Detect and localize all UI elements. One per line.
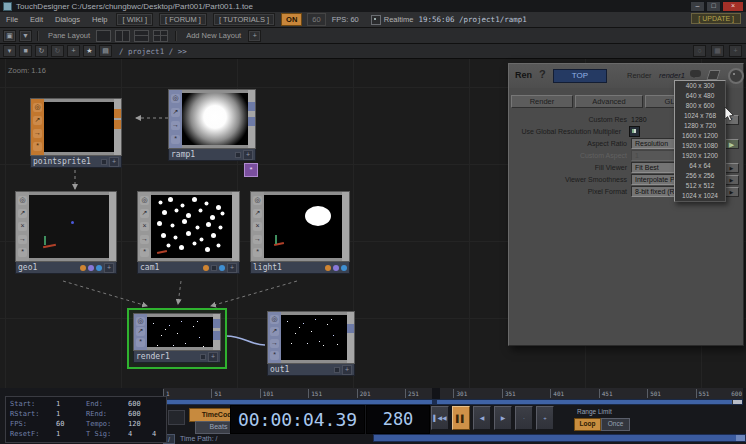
viewer-flag-icon[interactable]: ◎ bbox=[33, 103, 42, 112]
render-flag-icon[interactable]: → bbox=[171, 121, 180, 130]
playhead-marker[interactable] bbox=[432, 388, 440, 399]
viewer-flag-icon[interactable]: ◎ bbox=[140, 196, 149, 205]
menu-item[interactable]: 640 x 480 bbox=[675, 91, 725, 101]
comment-icon[interactable] bbox=[690, 70, 701, 77]
tab-advanced[interactable]: Advanced bbox=[575, 95, 643, 108]
expand-button[interactable]: + bbox=[227, 263, 237, 273]
viewer-flag-icon[interactable]: ◎ bbox=[171, 94, 180, 103]
flag-slot[interactable] bbox=[101, 159, 107, 165]
render-dot-flag[interactable] bbox=[80, 265, 86, 271]
clone-flag-icon[interactable]: ↗ bbox=[171, 108, 180, 117]
update-button[interactable]: [ UPDATE ] bbox=[691, 13, 741, 24]
tsig-a-value[interactable]: 4 bbox=[128, 430, 132, 438]
clone-flag-icon[interactable]: ↗ bbox=[270, 327, 279, 336]
node-output-strip[interactable] bbox=[109, 192, 116, 261]
node-name-bar[interactable]: pointsprite1 + bbox=[30, 156, 122, 168]
render-flag-icon[interactable]: → bbox=[270, 339, 279, 348]
playbar-pane-button[interactable] bbox=[168, 410, 185, 425]
pick-flag-icon[interactable]: * bbox=[136, 338, 145, 347]
maximize-button[interactable]: □ bbox=[706, 1, 721, 12]
menu-file[interactable]: File bbox=[0, 15, 24, 24]
flag-slot[interactable] bbox=[200, 354, 206, 360]
range-playhead-notch[interactable] bbox=[432, 400, 437, 404]
pick-flag-icon[interactable]: * bbox=[140, 248, 149, 257]
clone-flag-icon[interactable]: ↗ bbox=[18, 209, 27, 218]
menu-item[interactable]: 1024 x 1024 bbox=[675, 191, 725, 201]
node-output-strip[interactable] bbox=[114, 99, 121, 155]
viewer-flag-icon[interactable]: ◎ bbox=[18, 196, 27, 205]
fps-field[interactable]: 60 bbox=[307, 13, 325, 26]
viewer-flag-icon[interactable]: ◎ bbox=[253, 196, 262, 205]
node-viewer[interactable] bbox=[29, 195, 109, 258]
loop-button[interactable]: Loop bbox=[574, 418, 601, 431]
menu-item[interactable]: 1600 x 1200 bbox=[675, 131, 725, 141]
menu-item[interactable]: 400 x 300 bbox=[675, 81, 725, 91]
collapse-icon[interactable]: ▾ bbox=[3, 45, 16, 57]
bypass-flag-icon[interactable]: × bbox=[18, 222, 27, 231]
tab-render[interactable]: Render bbox=[511, 95, 573, 108]
node-output-strip[interactable] bbox=[342, 192, 349, 261]
layout-preset-vsplit[interactable] bbox=[115, 30, 130, 42]
realtime-icon[interactable] bbox=[371, 15, 381, 25]
pick-flag-icon[interactable]: * bbox=[253, 248, 262, 257]
custom-res-width-field[interactable]: 1280 bbox=[631, 116, 677, 123]
fps-value[interactable]: 60 bbox=[56, 420, 64, 428]
viewer-dot-flag[interactable] bbox=[219, 265, 225, 271]
node-viewer[interactable] bbox=[281, 315, 347, 360]
pick-flag-icon[interactable]: * bbox=[270, 351, 279, 360]
node-out1[interactable]: ◎ ↗ → * out1 + bbox=[267, 311, 355, 376]
render-flag-icon[interactable]: → bbox=[140, 235, 149, 244]
node-name-bar[interactable]: cam1 + bbox=[137, 262, 240, 274]
play-forward-button[interactable]: ▶ bbox=[494, 406, 512, 430]
expand-button[interactable]: + bbox=[109, 157, 119, 167]
bypass-flag-icon[interactable]: × bbox=[140, 222, 149, 231]
bookmark-star-icon[interactable]: ★ bbox=[83, 45, 96, 57]
play-reverse-button[interactable]: ◀ bbox=[473, 406, 491, 430]
minimize-button[interactable]: – bbox=[690, 1, 705, 12]
step-forward-button[interactable]: + bbox=[536, 406, 554, 430]
node-cam1[interactable]: ◎ ↗ × → * cam1 + bbox=[137, 191, 240, 274]
node-name-bar[interactable]: render1 + bbox=[133, 351, 221, 363]
global-res-checkbox[interactable] bbox=[629, 126, 640, 137]
node-name-bar[interactable]: geo1 + bbox=[15, 262, 117, 274]
node-name-bar[interactable]: ramp1 + bbox=[168, 149, 256, 161]
node-viewer[interactable] bbox=[151, 195, 232, 258]
viewer-dot-flag[interactable] bbox=[341, 265, 347, 271]
once-button[interactable]: Once bbox=[601, 418, 630, 431]
tsig-b-value[interactable]: 4 bbox=[152, 430, 156, 438]
wiki-link[interactable]: [ WIKI ] bbox=[116, 13, 153, 26]
resetf-value[interactable]: 1 bbox=[56, 430, 60, 438]
clone-flag-icon[interactable]: ↗ bbox=[253, 209, 262, 218]
step-back-button[interactable]: · bbox=[515, 406, 533, 430]
flag-slot[interactable] bbox=[334, 367, 340, 373]
menu-edit[interactable]: Edit bbox=[24, 15, 49, 24]
expand-button[interactable]: + bbox=[243, 150, 253, 160]
render-dot-flag[interactable] bbox=[325, 265, 331, 271]
node-viewer[interactable] bbox=[147, 317, 213, 347]
history-icon[interactable]: ↻ bbox=[51, 45, 64, 57]
node-output-strip[interactable] bbox=[248, 90, 255, 148]
node-name-bar[interactable]: out1 + bbox=[267, 364, 355, 376]
export-layout-icon[interactable]: ▼ bbox=[19, 30, 32, 42]
menu-dialogs[interactable]: Dialogs bbox=[49, 15, 86, 24]
node-name-bar[interactable]: light1 bbox=[250, 262, 350, 274]
render-flag-icon[interactable]: → bbox=[253, 235, 262, 244]
node-output-strip[interactable] bbox=[213, 314, 220, 350]
node-viewer[interactable] bbox=[182, 93, 248, 145]
layout-preset-quad[interactable] bbox=[153, 30, 168, 42]
node-light1[interactable]: ◎ ↗ × → * light1 bbox=[250, 191, 350, 274]
end-value[interactable]: 600 bbox=[128, 400, 141, 408]
node-render1[interactable]: ◎ ↗ * render1 + bbox=[133, 313, 221, 363]
power-toggle[interactable]: ON bbox=[281, 13, 302, 26]
viewer-flag-icon[interactable]: ◎ bbox=[270, 315, 279, 324]
clone-flag-icon[interactable]: ↗ bbox=[33, 116, 42, 125]
node-output-strip[interactable] bbox=[232, 192, 239, 261]
clone-flag-icon[interactable]: ↗ bbox=[136, 327, 145, 336]
menu-item[interactable]: 64 x 64 bbox=[675, 161, 725, 171]
fill-menu-arrow-icon[interactable]: ▶ bbox=[724, 163, 739, 173]
flag-slot[interactable] bbox=[235, 152, 241, 158]
flag-slot[interactable] bbox=[211, 265, 217, 271]
render-dot-flag[interactable] bbox=[203, 265, 209, 271]
viewer-flag-icon[interactable]: ◎ bbox=[136, 317, 145, 326]
node-viewer[interactable] bbox=[264, 195, 342, 258]
